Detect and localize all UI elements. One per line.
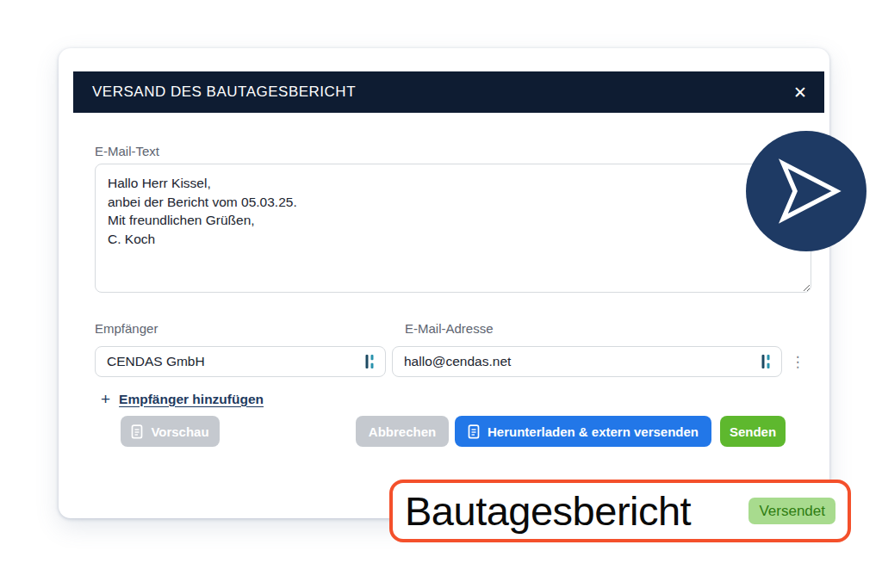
download-and-send-button[interactable]: Herunterladen & extern versenden (455, 416, 711, 447)
modal-title: VERSAND DES BAUTAGESBERICHT (92, 84, 356, 101)
email-address-label: E-Mail-Adresse (405, 320, 494, 337)
email-text-label: E-Mail-Text (95, 143, 159, 160)
download-and-send-button-label: Herunterladen & extern versenden (488, 424, 699, 439)
email-address-field[interactable] (392, 346, 782, 377)
kebab-menu-icon[interactable]: ⋮ (789, 346, 806, 377)
modal-header: VERSAND DES BAUTAGESBERICHT ✕ (73, 71, 824, 113)
document-icon (468, 424, 480, 439)
add-recipient-link[interactable]: + Empfänger hinzufügen (101, 391, 264, 407)
preview-button-label: Vorschau (151, 424, 208, 439)
report-title-chip: Bautagesbericht Versendet (389, 480, 851, 542)
send-button-label: Senden (730, 424, 776, 439)
screen: VERSAND DES BAUTAGESBERICHT ✕ E-Mail-Tex… (0, 0, 882, 588)
report-title: Bautagesbericht (405, 491, 691, 531)
plus-icon: + (101, 391, 110, 407)
email-text-input[interactable]: Hallo Herr Kissel, anbei der Bericht vom… (95, 164, 811, 293)
document-icon (131, 424, 143, 439)
send-circle-illustration (746, 131, 866, 251)
autocomplete-bars-icon[interactable] (364, 354, 376, 369)
send-report-modal: VERSAND DES BAUTAGESBERICHT ✕ E-Mail-Tex… (59, 48, 829, 518)
add-recipient-label: Empfänger hinzufügen (119, 392, 264, 407)
recipient-label: Empfänger (95, 320, 158, 337)
email-address-input[interactable] (393, 347, 761, 376)
paper-plane-icon (773, 158, 844, 224)
close-icon[interactable]: ✕ (792, 83, 809, 102)
autocomplete-bars-icon[interactable] (761, 354, 773, 369)
status-badge: Versendet (748, 498, 835, 524)
recipient-field[interactable] (95, 346, 386, 377)
cancel-button[interactable]: Abbrechen (356, 416, 449, 447)
send-button[interactable]: Senden (720, 416, 786, 447)
cancel-button-label: Abbrechen (369, 424, 436, 439)
recipient-input[interactable] (96, 347, 364, 376)
preview-button[interactable]: Vorschau (121, 416, 220, 447)
